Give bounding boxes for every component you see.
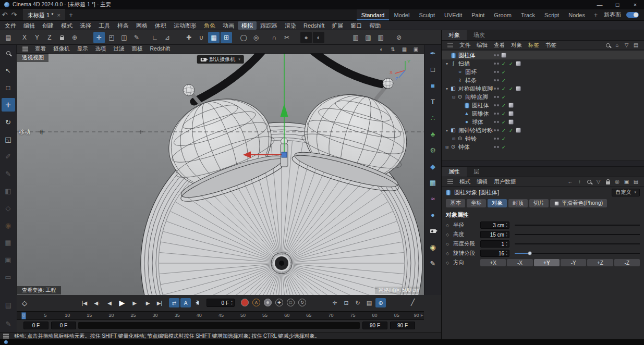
stepper-icon[interactable]: ▲▼: [230, 299, 234, 306]
menu-volume[interactable]: 体积: [151, 21, 170, 30]
height-slider[interactable]: [515, 234, 640, 235]
normal-move-icon[interactable]: ◰: [106, 32, 117, 43]
expand-toggle-icon[interactable]: ◇: [446, 242, 453, 247]
deformer-icon[interactable]: ≈: [426, 192, 440, 206]
scale-record-button[interactable]: □: [287, 299, 295, 306]
history-back-icon[interactable]: ←: [567, 178, 574, 185]
view-sync-icon[interactable]: ⇅: [390, 46, 396, 53]
material-icon[interactable]: ◉: [2, 218, 15, 232]
knife-icon[interactable]: ✂: [281, 32, 293, 43]
new-interface-label[interactable]: 新界面: [602, 11, 623, 19]
menu-mograph[interactable]: 运动图形: [170, 21, 200, 30]
simulation-icon[interactable]: ⚙: [426, 143, 440, 157]
render-visibility-dot[interactable]: [497, 104, 499, 106]
section-tab-basic[interactable]: 基本: [446, 199, 465, 207]
layout-tab-sculpt[interactable]: Sculpt: [414, 9, 440, 20]
layout-tab-paint[interactable]: Paint: [467, 9, 489, 20]
next-frame-button[interactable]: ▶: [128, 298, 141, 308]
record-button[interactable]: [241, 299, 249, 306]
move-tool-icon[interactable]: ✛: [2, 98, 15, 112]
enabled-check-icon[interactable]: ✓: [508, 61, 514, 67]
enabled-check-icon[interactable]: ✓: [501, 69, 506, 75]
visibility-dots-icon[interactable]: [494, 129, 499, 131]
poly-pen-icon[interactable]: ✎: [2, 167, 15, 180]
viewport-menu-display[interactable]: 显示: [74, 45, 92, 53]
om-menu-edit[interactable]: 编辑: [473, 42, 491, 49]
layout-tab-nodes[interactable]: Nodes: [564, 9, 590, 20]
radius-slider[interactable]: [515, 225, 640, 226]
expander-icon[interactable]: ▾: [444, 61, 450, 66]
enabled-check-icon[interactable]: ✓: [501, 103, 506, 108]
coordinate-system-button[interactable]: ⊕: [69, 32, 80, 43]
editor-visibility-dot[interactable]: [494, 113, 496, 115]
om-menu-object[interactable]: 对象: [508, 42, 525, 49]
am-menu-edit[interactable]: 编辑: [473, 178, 491, 186]
cube-primitive-icon[interactable]: ■: [426, 79, 440, 93]
layout-tab-groom[interactable]: Groom: [489, 9, 516, 20]
orientation-minus-y[interactable]: -Y: [561, 259, 586, 266]
lock-x-button[interactable]: X: [19, 32, 30, 43]
tree-row-circle-spline[interactable]: ○圆环✓: [442, 68, 644, 76]
range-max-field[interactable]: 90 F: [390, 322, 415, 329]
add-document-button[interactable]: +: [65, 11, 77, 19]
stepper-icon[interactable]: ▲▼: [505, 250, 508, 256]
stepper-icon[interactable]: ▲▼: [505, 241, 508, 247]
render-visibility-dot[interactable]: [497, 146, 499, 148]
height-segments-field[interactable]: 1▲▼: [480, 240, 509, 248]
tree-row-feet-group[interactable]: ⊟⊙闹钟底脚✓: [442, 93, 644, 101]
render-state-icon[interactable]: ◐: [378, 46, 385, 53]
rotation-record-button[interactable]: ↻: [298, 299, 306, 306]
visibility-dots-icon[interactable]: [494, 54, 499, 56]
filter-icon[interactable]: ▽: [595, 178, 602, 185]
lock-axis-button[interactable]: [56, 32, 68, 43]
enable-axis-button[interactable]: ✛: [93, 32, 105, 43]
render-visibility-dot[interactable]: [497, 71, 499, 73]
axis-center-icon[interactable]: ✚: [183, 32, 195, 43]
spline-pen-icon[interactable]: ✎: [131, 32, 142, 43]
search-icon[interactable]: [586, 178, 592, 185]
constraint-icon[interactable]: ⊘: [393, 32, 405, 43]
magnet-icon[interactable]: ∩: [269, 32, 280, 43]
loop-playback-button[interactable]: ⇄: [169, 298, 179, 307]
editor-visibility-dot[interactable]: [494, 71, 496, 73]
prev-key-button[interactable]: ◀·: [91, 298, 103, 308]
viewport-menu-view[interactable]: 查看: [31, 45, 50, 53]
preset-dropdown[interactable]: 自定义 ▾: [612, 189, 640, 196]
camera-keyframe-icon[interactable]: ▥: [350, 32, 361, 43]
expander-icon[interactable]: ⊞: [451, 137, 457, 141]
camera-pill[interactable]: 默认摄像机 ▾: [197, 55, 244, 64]
layout-tab-uvedit[interactable]: UVEdit: [440, 9, 467, 20]
pin-icon[interactable]: ◎: [614, 178, 621, 185]
render-settings-button[interactable]: ◐: [313, 32, 324, 43]
tree-row-bell-group[interactable]: ⊞⊙钟铃✓: [442, 134, 644, 143]
editor-visibility-dot[interactable]: [494, 129, 496, 131]
uv-grid-icon[interactable]: ▦: [2, 236, 15, 249]
expander-icon[interactable]: ▾: [444, 87, 450, 91]
am-menu-user-data[interactable]: 用户数据: [491, 178, 519, 186]
tree-row-profile-spline[interactable]: ≀样条✓: [442, 76, 644, 84]
sound-button[interactable]: [192, 298, 202, 307]
visibility-dots-icon[interactable]: [494, 63, 499, 65]
scale-filter-icon[interactable]: ⊡: [341, 298, 351, 307]
capsule-icon[interactable]: ▦: [426, 176, 440, 190]
protection-icon[interactable]: ◎: [250, 32, 262, 43]
tree-row-foot-cylinder[interactable]: 圆柱体✓: [442, 101, 644, 109]
menu-create[interactable]: 创建: [39, 21, 57, 30]
history-up-icon[interactable]: ↑: [576, 178, 583, 185]
enabled-check-icon[interactable]: ✓: [501, 78, 506, 83]
grid-toggle-icon[interactable]: ▦: [401, 46, 408, 53]
menu-help[interactable]: 帮助: [366, 21, 384, 30]
timeline-edit-icon[interactable]: ✎: [2, 317, 15, 330]
height-segments-slider[interactable]: [515, 243, 640, 244]
redo-icon[interactable]: ↷: [9, 11, 19, 19]
menu-mesh[interactable]: 网格: [132, 21, 151, 30]
render-visibility-dot[interactable]: [497, 138, 499, 140]
add-layout-button[interactable]: +: [590, 11, 602, 19]
document-tab[interactable]: 未标题 1 * ×: [23, 9, 65, 20]
slider-knob-icon[interactable]: [528, 251, 532, 255]
phong-tag-icon[interactable]: [508, 103, 514, 108]
phong-tag-icon[interactable]: [508, 119, 514, 125]
workplane-align-icon[interactable]: ⊿: [162, 32, 173, 43]
play-button[interactable]: ▶: [116, 298, 128, 308]
viewport-menu-redshift[interactable]: Redshift: [147, 45, 174, 53]
